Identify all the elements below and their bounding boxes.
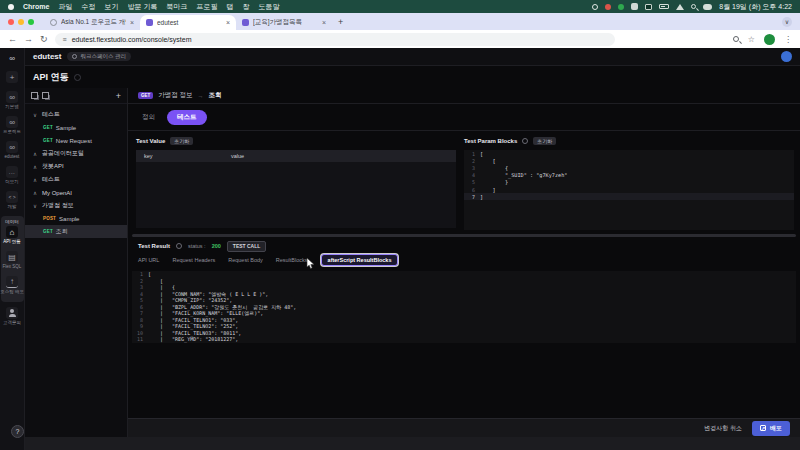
tree-item[interactable]: ∧ 테스트 bbox=[25, 173, 127, 186]
new-tab-button[interactable]: + bbox=[338, 17, 343, 27]
left-rail: 기본앱 프로젝트 edutest 더보기 개발 데이터 bbox=[0, 48, 25, 450]
extension-icon[interactable] bbox=[618, 4, 624, 10]
rail-icon bbox=[6, 91, 18, 103]
menubar-item[interactable]: 탭 bbox=[226, 2, 233, 12]
apple-logo-icon[interactable] bbox=[8, 4, 14, 10]
status-label: status : bbox=[188, 243, 206, 249]
line-number: 5 bbox=[132, 297, 148, 303]
help-button[interactable]: ? bbox=[11, 425, 24, 438]
app-link-icon[interactable]: edutest bbox=[0, 141, 24, 159]
test-value-header: Test Value 초기화 bbox=[136, 135, 456, 147]
deploy-button[interactable]: 배포 bbox=[752, 421, 790, 436]
api-integration-icon[interactable]: API 연동 bbox=[1, 226, 24, 244]
tree-item[interactable]: ∨ 가맹점 정보 bbox=[25, 199, 127, 212]
window-close-icon[interactable] bbox=[8, 19, 14, 25]
result-tab[interactable]: Request Headers bbox=[172, 257, 215, 263]
customer-support-icon[interactable]: 고객문의 bbox=[0, 307, 24, 325]
result-code-editor[interactable]: 1 [ 2 [ 3 | { 4 | "CONM_NAM": "엘방숙 ( E L… bbox=[132, 271, 796, 343]
add-request-button[interactable]: + bbox=[116, 91, 121, 101]
control-center-icon[interactable] bbox=[703, 4, 712, 10]
menubar-item[interactable]: 파일 bbox=[58, 2, 72, 12]
tree-item[interactable]: GET Sample bbox=[25, 121, 127, 134]
test-value-panel: Test Value 초기화 key value bbox=[136, 135, 456, 227]
tab-close-icon[interactable] bbox=[226, 19, 230, 26]
app-link-icon[interactable]: 기본앱 bbox=[0, 91, 24, 109]
browser-menu-icon[interactable] bbox=[784, 35, 792, 44]
site-settings-icon[interactable] bbox=[63, 36, 67, 43]
cancel-changes-button[interactable]: 변경사항 취소 bbox=[704, 424, 742, 433]
tree-item[interactable]: ∧ 챗봇API bbox=[25, 160, 127, 173]
tab-search-icon[interactable] bbox=[782, 17, 792, 27]
rail-item-label: 개발 bbox=[8, 204, 17, 209]
tree-item[interactable]: ∨ 테스트 bbox=[25, 108, 127, 121]
menubar-item[interactable]: 창 bbox=[242, 2, 249, 12]
display-icon[interactable] bbox=[645, 4, 652, 10]
reset-button[interactable]: 초기화 bbox=[533, 137, 556, 145]
menubar-item[interactable]: 보기 bbox=[104, 2, 118, 12]
forward-icon[interactable]: → bbox=[24, 35, 33, 44]
add-app-icon[interactable] bbox=[0, 71, 24, 84]
bookmark-star-icon[interactable] bbox=[748, 35, 755, 44]
reset-button[interactable]: 초기화 bbox=[170, 137, 193, 145]
tree-item-label: 챗봇API bbox=[42, 162, 64, 171]
menubar-clock[interactable]: 8월 19일 (화) 오후 4:22 bbox=[719, 2, 792, 12]
tab-close-icon[interactable] bbox=[130, 19, 134, 26]
app-badge-icon[interactable] bbox=[631, 3, 638, 10]
workspace-name[interactable]: edutest bbox=[33, 52, 61, 61]
tree-item[interactable]: POST Sample bbox=[25, 212, 127, 225]
tree-item[interactable]: GET 조회 bbox=[25, 225, 127, 238]
workspace-badge[interactable]: 워크스페이스 관리 bbox=[67, 52, 131, 61]
tree-item[interactable]: ∧ 공공데이터포털 bbox=[25, 147, 127, 160]
collapse-all-icon[interactable] bbox=[31, 92, 38, 99]
reload-icon[interactable]: ↻ bbox=[40, 35, 48, 44]
window-maximize-icon[interactable] bbox=[28, 19, 34, 25]
hosting-deploy-icon[interactable]: 호스팅 배포 bbox=[1, 276, 24, 294]
profile-avatar[interactable] bbox=[764, 34, 775, 45]
result-tab[interactable]: API URL bbox=[138, 257, 159, 263]
spotlight-icon[interactable] bbox=[691, 4, 696, 9]
tree-item[interactable]: ∧ My OpenAI bbox=[25, 186, 127, 199]
menubar-app-name[interactable]: Chrome bbox=[23, 3, 49, 10]
browser-tab[interactable]: edutest bbox=[140, 15, 236, 30]
battery-icon[interactable] bbox=[659, 4, 669, 9]
flex-sql-icon[interactable]: Flex SQL bbox=[1, 251, 24, 269]
refresh-icon[interactable] bbox=[522, 138, 528, 144]
app-link-icon[interactable]: 프로젝트 bbox=[0, 116, 24, 134]
address-bar[interactable]: edutest.flexstudio.com/console/system bbox=[55, 33, 615, 46]
status-dot-icon[interactable] bbox=[592, 4, 598, 10]
browser-tab[interactable]: [교육]가맹점목록 bbox=[236, 15, 332, 30]
view-tab[interactable]: 테스트 bbox=[167, 110, 207, 125]
result-tab[interactable]: Request Body bbox=[228, 257, 263, 263]
tree-item[interactable]: GET New Request bbox=[25, 134, 127, 147]
record-icon[interactable] bbox=[605, 4, 611, 10]
flexstudio-logo-icon[interactable] bbox=[6, 52, 19, 65]
code-icon[interactable]: 개발 bbox=[0, 191, 24, 209]
refresh-icon[interactable] bbox=[176, 243, 182, 249]
window-minimize-icon[interactable] bbox=[18, 19, 24, 25]
result-tab[interactable]: afterScript ResultBlocks bbox=[321, 254, 399, 266]
menubar-item[interactable]: 도움말 bbox=[258, 2, 279, 12]
more-icon[interactable]: 더보기 bbox=[0, 166, 24, 184]
line-number: 10 bbox=[132, 330, 148, 336]
menubar-item[interactable]: 수정 bbox=[81, 2, 95, 12]
view-tab[interactable]: 정의 bbox=[142, 113, 155, 122]
menubar-item[interactable]: 프로필 bbox=[196, 2, 217, 12]
result-tab[interactable]: ResultBlocks bbox=[276, 257, 308, 263]
user-avatar[interactable] bbox=[781, 51, 792, 62]
rail-icon bbox=[6, 71, 18, 83]
search-icon[interactable] bbox=[733, 36, 739, 42]
expand-all-icon[interactable] bbox=[42, 92, 49, 99]
browser-tab[interactable]: Asia No.1 로우코드 개발 플랫폼 : bbox=[44, 15, 140, 30]
test-call-button[interactable]: TEST CALL bbox=[227, 241, 267, 252]
kv-table-body[interactable] bbox=[136, 162, 456, 228]
wifi-icon[interactable] bbox=[676, 4, 684, 10]
breadcrumb-parent[interactable]: 가맹점 정보 bbox=[158, 91, 192, 100]
info-icon[interactable] bbox=[74, 74, 81, 81]
menubar-item[interactable]: 북마크 bbox=[166, 2, 187, 12]
param-code-editor[interactable]: 1 [ 2 [ 3 { 4 "_SUID" : bbox=[464, 150, 794, 230]
tab-close-icon[interactable] bbox=[322, 19, 326, 26]
menubar-item[interactable]: 방문 기록 bbox=[127, 2, 157, 12]
rail-item-label: Flex SQL bbox=[3, 264, 22, 269]
panel-resizer[interactable] bbox=[132, 234, 796, 237]
back-icon[interactable]: ← bbox=[8, 35, 17, 44]
